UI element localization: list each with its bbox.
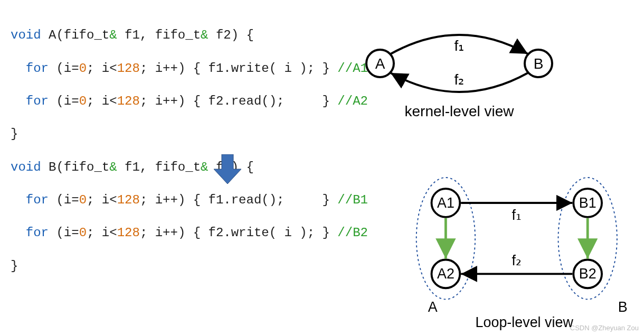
- funcB-line1: for (i=0; i<128; i++) { f1.read(); } //B…: [11, 192, 359, 208]
- watermark: CSDN @Zheyuan Zou: [570, 324, 639, 332]
- node-a-label: A: [375, 55, 385, 72]
- group-a-label: A: [428, 299, 438, 315]
- kernel-level-graph: A B f₁ f₂ kernel-level view: [338, 21, 633, 127]
- edge-f2-label: f₂: [454, 71, 465, 88]
- funcB-line2: for (i=0; i<128; i++) { f2.write( i ); }…: [11, 225, 359, 241]
- edge-f1-label-bottom: f₁: [512, 207, 522, 223]
- node-b-label: B: [534, 55, 544, 72]
- group-b-label: B: [618, 299, 628, 315]
- loop-level-graph: A1 A2 B1 B2 f₁ f₂ A B Loop-level view: [400, 174, 644, 333]
- kw-void: void: [11, 28, 41, 42]
- funcA-signature: void A(fifo_t& f1, fifo_t& f2) {: [11, 27, 359, 43]
- node-b2-label: B2: [579, 266, 596, 282]
- edge-f2-label-bottom: f₂: [512, 253, 522, 268]
- funcA-line2: for (i=0; i<128; i++) { f2.read(); } //A…: [11, 93, 359, 109]
- funcA-close: }: [11, 126, 359, 142]
- transform-arrow-icon: [214, 154, 241, 184]
- node-b1-label: B1: [579, 195, 596, 211]
- funcB-signature: void B(fifo_t& f1, fifo_t& f2) {: [11, 159, 359, 175]
- code-block: void A(fifo_t& f1, fifo_t& f2) { for (i=…: [11, 11, 359, 335]
- node-a2-label: A2: [437, 266, 454, 282]
- funcB-close: }: [11, 258, 359, 274]
- kernel-caption: kernel-level view: [405, 103, 515, 119]
- node-a1-label: A1: [437, 195, 454, 211]
- edge-f1-label: f₁: [454, 38, 465, 54]
- funcA-line1: for (i=0; i<128; i++) { f1.write( i ); }…: [11, 60, 359, 77]
- svg-marker-0: [214, 154, 241, 184]
- loop-caption: Loop-level view: [476, 314, 574, 330]
